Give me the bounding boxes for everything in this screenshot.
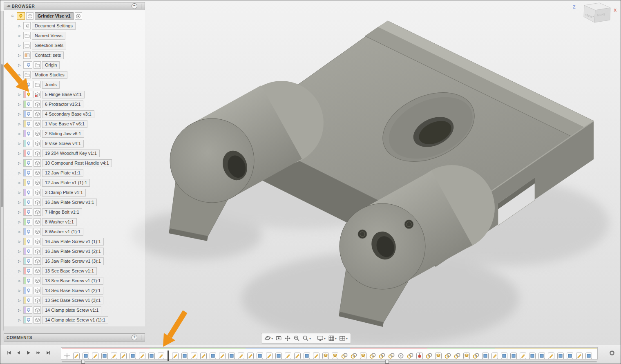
timeline-feature-jt-icon[interactable] — [453, 352, 461, 360]
expand-arrow-icon[interactable]: ▷ — [17, 132, 22, 136]
browser-item-joints[interactable]: ▷Joints — [4, 80, 145, 89]
visibility-bulb-icon[interactable] — [23, 287, 32, 294]
timeline-feature-sk-icon[interactable] — [219, 352, 226, 360]
expand-arrow-icon[interactable]: ▷ — [17, 44, 22, 47]
timeline-feature-jt-icon[interactable] — [425, 352, 433, 360]
timeline-feature-sk-icon[interactable] — [172, 352, 179, 360]
browser-component-13-sec-base-screw-v1-1-1[interactable]: ▷13 Sec Base Screw v1 (1):1 — [4, 276, 145, 286]
browser-component-2-sliding-jaw-v6-1[interactable]: ▷2 Sliding Jaw v6:1 — [4, 129, 145, 138]
browser-item-label[interactable]: 3 Clamp Plate v1:1 — [42, 189, 86, 197]
expand-arrow-icon[interactable]: ▷ — [17, 112, 22, 116]
hinge-base-body[interactable] — [169, 21, 594, 327]
viewports-button[interactable]: ▾ — [338, 335, 348, 342]
browser-item-label[interactable]: Grinder Vise v1 — [35, 12, 74, 20]
timeline-feature-sk-icon[interactable] — [294, 352, 301, 360]
timeline-feature-ex-icon[interactable] — [256, 352, 264, 360]
collapse-panel-icon[interactable]: ◀◀ — [7, 4, 9, 8]
visibility-bulb-icon[interactable] — [23, 306, 32, 314]
browser-item-label[interactable]: Origin — [42, 61, 60, 69]
browser-item-label[interactable]: 19 204 Woodruff Key v1:1 — [42, 150, 100, 157]
browser-component-9-vise-screw-v4-1[interactable]: ▷9 Vise Screw v4:1 — [4, 138, 145, 148]
visibility-bulb-icon[interactable] — [23, 199, 32, 206]
browser-item-motion-studies[interactable]: ▷Motion Studies — [4, 70, 145, 80]
dropdown-caret-icon[interactable]: ▾ — [335, 337, 337, 340]
timeline-feature-rv-icon[interactable] — [397, 352, 404, 360]
timeline-feature-sk-icon[interactable] — [200, 352, 207, 360]
look-at-button[interactable] — [275, 335, 283, 342]
timeline-feature-sk-icon[interactable] — [284, 352, 292, 360]
timeline-feature-ex-icon[interactable] — [303, 352, 310, 360]
timeline-feature-sk-icon[interactable] — [138, 352, 146, 360]
timeline-feature-ex-icon[interactable] — [566, 352, 574, 360]
browser-component-12-jaw-plate-v1-1-1[interactable]: ▷12 Jaw Plate v1 (1):1 — [4, 178, 145, 188]
timeline-feature-sk-icon[interactable] — [547, 352, 555, 360]
comments-panel-header[interactable]: COMMENTS + — [4, 333, 145, 342]
visibility-bulb-icon[interactable] — [23, 218, 32, 226]
timeline-feature-og-icon[interactable] — [63, 352, 71, 360]
timeline-feature-sk-icon[interactable] — [190, 352, 198, 360]
timeline-feature-th-icon[interactable] — [322, 352, 329, 360]
browser-item-named-views[interactable]: ▷Named Views — [4, 31, 145, 40]
visibility-bulb-icon[interactable] — [23, 297, 32, 304]
timeline-scrollbar-thumb[interactable] — [81, 360, 85, 364]
timeline-feature-ex-icon[interactable] — [500, 352, 508, 360]
browser-item-label[interactable]: 13 Sec Base Screw v1 (2):1 — [42, 287, 103, 295]
browser-item-label[interactable]: 8 Washer v1:1 — [42, 218, 77, 226]
browser-component-6-protractor-v15-1[interactable]: ▷6 Protractor v15:1 — [4, 99, 145, 109]
visibility-bulb-icon[interactable] — [23, 179, 32, 186]
browser-item-label[interactable]: 12 Jaw Plate v1:1 — [42, 169, 83, 177]
browser-component-16-jaw-plate-screw-v1-1[interactable]: ▷16 Jaw Plate Screw v1:1 — [4, 197, 145, 207]
expand-arrow-icon[interactable]: ▷ — [17, 318, 22, 322]
visibility-bulb-icon[interactable] — [23, 169, 32, 176]
expand-arrow-icon[interactable]: ▷ — [17, 83, 22, 87]
expand-arrow-icon[interactable]: ▷ — [17, 171, 22, 175]
step-forward-button[interactable] — [34, 349, 42, 356]
browser-item-label[interactable]: 9 Vise Screw v4:1 — [42, 140, 84, 147]
visibility-bulb-icon[interactable] — [23, 267, 32, 275]
expand-arrow-icon[interactable]: ▷ — [17, 93, 22, 96]
timeline-feature-ex-icon[interactable] — [585, 352, 592, 360]
browser-component-10-compound-rest-handle-v4-1[interactable]: ▷10 Compound Rest Handle v4:1 — [4, 158, 145, 168]
browser-component-4-secondary-base-v3-1[interactable]: ▷4 Secondary Base v3:1 — [4, 109, 145, 119]
timeline-strip[interactable] — [61, 347, 598, 360]
expand-panel-icon[interactable]: + — [132, 335, 137, 340]
view-cube[interactable]: Z X FRONT RIGHT — [571, 1, 618, 27]
timeline-feature-jt-icon[interactable] — [350, 352, 357, 360]
browser-component-14-clamp-plate-screw-v1-1-1[interactable]: ▷14 Clamp plate Screw v1 (1):1 — [4, 315, 145, 325]
timeline-feature-ex-icon[interactable] — [557, 352, 564, 360]
timeline-feature-ex-icon[interactable] — [482, 352, 489, 360]
browser-component-13-sec-base-screw-v1-3-1[interactable]: ▷13 Sec Base Screw v1 (3):1 — [4, 295, 145, 305]
go-to-start-button[interactable] — [4, 349, 13, 356]
timeline-feature-ex-icon[interactable] — [228, 352, 235, 360]
timeline-feature-ex-icon[interactable] — [209, 352, 217, 360]
timeline-feature-ex-icon[interactable] — [181, 352, 188, 360]
browser-item-label[interactable]: 6 Protractor v15:1 — [42, 100, 83, 108]
visibility-bulb-icon[interactable] — [23, 110, 32, 118]
expand-arrow-icon[interactable]: ▷ — [17, 181, 22, 185]
expand-arrow-icon[interactable]: ▷ — [17, 73, 22, 77]
activate-component-radio[interactable] — [75, 12, 82, 20]
pan-button[interactable] — [284, 335, 292, 342]
browser-item-label[interactable]: Named Views — [32, 32, 65, 40]
timeline-feature-ex-icon[interactable] — [129, 352, 136, 360]
browser-item-label[interactable]: Selection Sets — [32, 42, 66, 49]
visibility-bulb-icon[interactable] — [23, 81, 32, 88]
browser-scrollbar-thumb[interactable] — [1, 64, 3, 207]
expand-arrow-icon[interactable]: ▷ — [17, 210, 22, 214]
dropdown-caret-icon[interactable]: ▾ — [271, 337, 273, 340]
browser-item-label[interactable]: 13 Sec Base Screw v1 (3):1 — [42, 297, 103, 304]
timeline-feature-ex-icon[interactable] — [510, 352, 517, 360]
browser-item-label[interactable]: Joints — [42, 81, 60, 89]
browser-component-12-jaw-plate-v1-1[interactable]: ▷12 Jaw Plate v1:1 — [4, 168, 145, 178]
expand-arrow-icon[interactable]: ▷ — [17, 279, 22, 283]
expand-arrow-icon[interactable]: ▷ — [10, 13, 16, 19]
timeline-feature-sk-icon[interactable] — [120, 352, 127, 360]
browser-item-label[interactable]: 14 Clamp plate Screw v1:1 — [42, 306, 101, 314]
timeline-feature-sk-icon[interactable] — [73, 352, 80, 360]
browser-item-label[interactable]: 12 Jaw Plate v1 (1):1 — [42, 179, 90, 187]
browser-item-selection-sets[interactable]: ▷Selection Sets — [4, 40, 145, 50]
expand-arrow-icon[interactable]: ▷ — [17, 250, 22, 253]
timeline-feature-th-icon[interactable] — [435, 352, 442, 360]
fit-button[interactable]: ▾ — [302, 335, 312, 342]
expand-arrow-icon[interactable]: ▷ — [17, 24, 22, 28]
